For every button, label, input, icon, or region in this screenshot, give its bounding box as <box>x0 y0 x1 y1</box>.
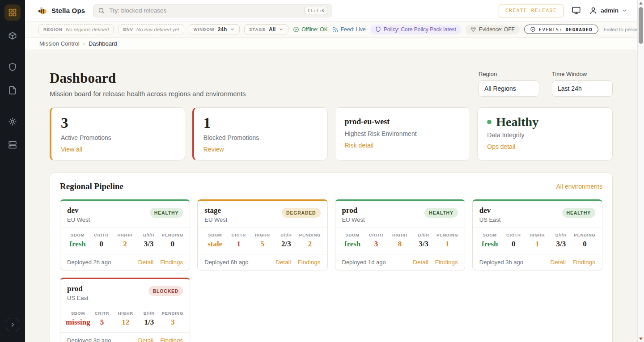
time-window-select[interactable]: Last 24h <box>552 80 613 97</box>
stat-value-critr: 3 <box>364 240 388 249</box>
risk-detail-link[interactable]: Risk detail <box>345 142 374 149</box>
stat-value-pending: 1 <box>436 240 459 249</box>
findings-link[interactable]: Findings <box>160 259 183 266</box>
stat-label-critr: CRITR <box>90 311 114 316</box>
all-environments-link[interactable]: All environments <box>556 183 603 190</box>
time-window-filter: Time Window Last 24h <box>552 71 613 97</box>
events-label: EVENTS: <box>539 27 563 32</box>
monitor-icon[interactable] <box>572 6 581 15</box>
env-chip-value: No env defined yet <box>136 27 179 32</box>
env-chip-label: ENV <box>123 27 133 32</box>
stat-value-critr: 5 <box>90 318 114 327</box>
sidebar-item-policies[interactable] <box>4 59 21 75</box>
stat-value-highr: 1 <box>525 240 549 249</box>
window-context-chip[interactable]: WINDOW 24h <box>189 24 240 34</box>
offline-status: Offline: OK <box>293 26 327 33</box>
search-shortcut-badge: Ctrl+K <box>305 7 327 14</box>
env-card-stage-eu-west: stage EU West DEGRADED SBOMstale CRITR1 … <box>197 199 327 270</box>
offline-status-text: Offline: OK <box>301 26 327 33</box>
env-region: US East <box>479 216 501 223</box>
kpi-value: Healthy <box>487 115 603 128</box>
findings-link[interactable]: Findings <box>297 259 320 266</box>
stat-label-highr: HIGHR <box>525 232 549 237</box>
detail-link[interactable]: Detail <box>138 337 154 342</box>
sidebar-expand-button[interactable] <box>6 318 19 331</box>
events-value: DEGRADED <box>566 27 593 32</box>
detail-link[interactable]: Detail <box>275 259 291 266</box>
kpi-row: 3 Active Promotions View all 1 Blocked P… <box>50 107 613 160</box>
deployed-text: Deployed 2h ago <box>67 259 111 266</box>
kpi-active-promotions: 3 Active Promotions View all <box>50 107 185 160</box>
findings-link[interactable]: Findings <box>572 259 595 266</box>
region-context-chip[interactable]: REGION No regions defined <box>38 24 114 34</box>
stat-label-pending: PENDING <box>436 232 459 237</box>
brand: Stella Ops <box>38 6 85 16</box>
stat-label-bir: B/I/R <box>412 232 436 237</box>
env-name: dev <box>67 206 90 215</box>
kpi-label: Data Integrity <box>487 131 603 139</box>
view-all-link[interactable]: View all <box>61 146 82 153</box>
stat-value-sbom: stale <box>203 240 227 249</box>
top-header: Stella Ops Ctrl+K CREATE RELEASE admin <box>25 0 637 21</box>
env-status-badge: HEALTHY <box>150 208 183 218</box>
time-window-filter-label: Time Window <box>552 71 613 77</box>
region-filter: Region All Regions <box>479 71 539 97</box>
rss-icon <box>332 26 339 33</box>
stat-label-pending: PENDING <box>573 232 597 237</box>
findings-link[interactable]: Findings <box>435 259 458 266</box>
stage-context-chip[interactable]: STAGE All <box>244 24 288 34</box>
person-icon <box>589 6 597 15</box>
findings-link[interactable]: Findings <box>160 337 183 342</box>
breadcrumb-current: Dashboard <box>89 40 117 47</box>
breadcrumb-separator: › <box>83 40 85 47</box>
user-name: admin <box>601 7 619 14</box>
check-circle-icon <box>293 26 299 33</box>
stat-value-highr: 12 <box>114 318 137 327</box>
stat-label-highr: HIGHR <box>250 232 274 237</box>
env-status-badge: HEALTHY <box>424 208 458 218</box>
detail-link[interactable]: Detail <box>138 259 154 266</box>
sidebar-item-releases[interactable] <box>4 28 21 44</box>
breadcrumb-mission-control[interactable]: Mission Control <box>39 40 80 47</box>
stat-value-bir: 3/3 <box>549 240 573 249</box>
env-name: prod <box>67 284 89 293</box>
detail-link[interactable]: Detail <box>413 259 428 266</box>
user-menu[interactable]: admin <box>589 6 627 15</box>
scrollbar-up-arrow[interactable] <box>639 2 643 4</box>
events-status-pill[interactable]: EVENTS: DEGRADED <box>524 25 598 34</box>
region-select[interactable]: All Regions <box>479 80 539 97</box>
stat-value-critr: 0 <box>502 240 525 249</box>
ops-detail-link[interactable]: Ops detail <box>487 143 515 150</box>
stat-value-bir: 2/3 <box>274 240 298 249</box>
sidebar-item-reports[interactable] <box>4 82 21 98</box>
env-card-prod-us-east: prod US East BLOCKED SBOMmissing CRITR5 … <box>60 278 190 342</box>
env-context-chip[interactable]: ENV No env defined yet <box>118 24 184 34</box>
page-scrollbar <box>637 0 644 342</box>
shield-icon <box>8 63 17 72</box>
header-actions: CREATE RELEASE admin <box>499 4 627 17</box>
sidebar-item-settings[interactable] <box>4 114 21 130</box>
page-subtitle: Mission board for release health across … <box>50 90 246 97</box>
scrollbar-thumb[interactable] <box>639 7 643 44</box>
search-input[interactable] <box>108 7 301 14</box>
regional-pipeline-panel: Regional Pipeline All environments dev E… <box>50 172 613 342</box>
stat-label-sbom: SBOM <box>203 232 227 237</box>
feed-status-text: Feed: Live <box>341 26 366 33</box>
stat-label-sbom: SBOM <box>66 311 90 316</box>
health-text: Healthy <box>496 115 538 128</box>
stat-label-highr: HIGHR <box>388 232 412 237</box>
env-name: dev <box>479 206 501 215</box>
stat-label-critr: CRITR <box>227 232 250 237</box>
scrollbar-down-arrow[interactable] <box>639 338 643 340</box>
sidebar-item-dashboard[interactable] <box>4 4 21 21</box>
health-dot-icon <box>487 120 491 124</box>
detail-link[interactable]: Detail <box>550 259 566 266</box>
sidebar-item-infrastructure[interactable] <box>4 137 21 153</box>
stat-value-highr: 5 <box>250 240 274 249</box>
stat-value-pending: 2 <box>298 240 322 249</box>
create-release-button[interactable]: CREATE RELEASE <box>499 4 564 17</box>
target-icon <box>530 26 536 32</box>
grid-icon <box>8 8 17 17</box>
review-link[interactable]: Review <box>203 146 224 153</box>
window-chip-label: WINDOW <box>194 27 215 32</box>
